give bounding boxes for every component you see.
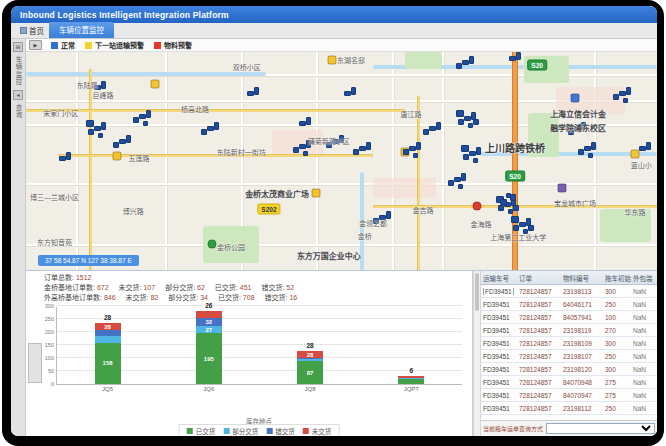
vehicle-marker[interactable] — [646, 142, 651, 150]
vehicle-marker[interactable] — [528, 225, 534, 231]
university-icon[interactable] — [570, 93, 579, 102]
table-cell[interactable]: 23198109 — [561, 340, 603, 347]
stacked-bar[interactable]: 15828 — [95, 323, 121, 384]
scrollbar-thumb[interactable] — [475, 273, 479, 311]
table-cell[interactable]: 23198112 — [561, 405, 603, 412]
vehicle-marker[interactable] — [94, 126, 101, 131]
poi-icon[interactable] — [630, 150, 639, 159]
vehicle-marker[interactable] — [461, 173, 466, 181]
vehicle-marker[interactable] — [578, 149, 584, 155]
vehicle-marker[interactable] — [429, 126, 436, 131]
table-cell[interactable]: 100 — [603, 314, 631, 321]
table-cell[interactable]: 84070947 — [561, 392, 603, 399]
vehicle-marker[interactable] — [588, 153, 593, 158]
vehicle-marker[interactable] — [214, 122, 219, 130]
table-cell[interactable]: 84070948 — [561, 379, 603, 386]
table-cell[interactable]: 250 — [603, 353, 631, 360]
table-cell[interactable]: FD39451 — [481, 327, 517, 334]
stacked-bar[interactable]: 8728 — [297, 351, 323, 384]
vehicle-marker[interactable] — [423, 129, 429, 135]
table-cell[interactable]: NaN — [631, 353, 657, 360]
vehicle-marker[interactable] — [146, 110, 151, 118]
vehicle-marker[interactable] — [98, 133, 103, 138]
table-cell[interactable]: FD39451 — [481, 366, 517, 373]
table-row[interactable]: FD3945172812485723198112250NaN — [481, 402, 657, 415]
table-cell[interactable]: FD39451 — [481, 392, 517, 399]
poi-icon[interactable] — [151, 79, 160, 88]
table-cell[interactable]: FD39451 — [481, 379, 517, 386]
vehicle-marker[interactable] — [299, 121, 306, 126]
vehicle-marker[interactable] — [613, 94, 619, 100]
table-row[interactable]: FD3945172812485723198119270NaN — [481, 324, 657, 337]
table-row[interactable]: FD3945172812485764046171250NaN — [481, 298, 657, 311]
map-canvas[interactable]: S20S20S202 双桥小区东湖名邸东陆路巨峰路宋家门小区杨高北路唐江路东陆新… — [26, 52, 657, 270]
table-cell[interactable]: 64046171 — [561, 301, 603, 308]
vehicle-marker[interactable] — [344, 91, 351, 96]
sidebar-vertical-label-mid[interactable]: 查询 — [13, 104, 23, 119]
vehicle-marker[interactable] — [88, 129, 94, 135]
sidebar-vertical-label-top[interactable]: 车辆监控 — [13, 56, 23, 86]
table-row[interactable]: FD3945172812485784057941100NaN — [481, 311, 657, 324]
vehicle-marker[interactable] — [456, 110, 464, 117]
table-cell[interactable]: NaN — [631, 366, 657, 373]
poi-icon[interactable] — [328, 55, 337, 64]
table-cell[interactable]: 250 — [603, 301, 631, 308]
vehicle-marker[interactable] — [461, 145, 469, 152]
table-cell[interactable]: 728124857 — [517, 288, 561, 295]
table-cell[interactable]: 23198120 — [561, 366, 603, 373]
table-cell[interactable]: 300 — [603, 340, 631, 347]
vehicle-marker[interactable] — [139, 114, 146, 119]
collapse-left-icon[interactable]: ◂ — [13, 90, 23, 100]
vehicle-marker[interactable] — [456, 63, 462, 69]
poi-icon[interactable] — [312, 188, 321, 197]
table-cell[interactable]: NaN — [631, 340, 657, 347]
table-cell[interactable]: NaN — [631, 405, 657, 412]
tab-home[interactable]: 首页 — [15, 23, 49, 38]
vehicle-marker[interactable] — [247, 91, 254, 96]
table-row[interactable]: FD3945172812485723198113300NaN — [481, 285, 657, 298]
vehicle-marker[interactable] — [584, 146, 591, 151]
vehicle-marker[interactable] — [119, 139, 126, 144]
vehicle-marker[interactable] — [519, 222, 526, 227]
vehicle-marker[interactable] — [463, 154, 469, 160]
vehicle-marker[interactable] — [498, 205, 504, 211]
vehicle-marker[interactable] — [366, 142, 371, 150]
vehicle-marker[interactable] — [462, 60, 469, 65]
vehicle-marker[interactable] — [473, 158, 478, 163]
table-cell[interactable]: NaN — [631, 327, 657, 334]
vehicle-marker[interactable] — [473, 119, 479, 125]
vertical-scrollbar[interactable] — [473, 271, 481, 436]
table-row[interactable]: FD3945172812485723198107250NaN — [481, 350, 657, 363]
vehicle-marker[interactable] — [101, 122, 106, 130]
table-cell[interactable]: 728124857 — [517, 327, 561, 334]
vehicle-marker[interactable] — [303, 151, 308, 156]
vehicle-marker[interactable] — [436, 122, 441, 130]
vehicle-marker[interactable] — [353, 149, 359, 155]
stacked-bar[interactable]: 1952732 — [196, 311, 222, 384]
poi-icon[interactable] — [113, 151, 122, 160]
vehicle-marker[interactable] — [86, 120, 94, 127]
vehicle-marker[interactable] — [458, 119, 464, 125]
table-cell[interactable]: 250 — [603, 405, 631, 412]
vehicle-marker[interactable] — [623, 98, 628, 103]
table-cell[interactable]: 300 — [603, 288, 631, 295]
table-cell[interactable]: 23198113 — [561, 288, 603, 295]
table-cell[interactable]: 300 — [603, 366, 631, 373]
table-cell[interactable]: NaN — [631, 379, 657, 386]
menu-grid-icon[interactable]: ⊞ — [13, 42, 23, 52]
table-cell[interactable]: 275 — [603, 392, 631, 399]
table-header-cell[interactable]: 拖车初始位置 — [603, 273, 631, 283]
vehicle-marker[interactable] — [59, 156, 66, 161]
table-cell[interactable]: 23198119 — [561, 327, 603, 334]
table-cell[interactable]: FD39451 — [481, 314, 517, 321]
table-header-cell[interactable]: 物料编号 — [561, 273, 603, 283]
vehicle-marker[interactable] — [469, 151, 476, 156]
table-cell[interactable]: 23198107 — [561, 353, 603, 360]
trailer-query-select[interactable] — [546, 423, 655, 434]
vehicle-marker[interactable] — [469, 56, 474, 64]
vehicle-marker[interactable] — [448, 180, 454, 186]
table-header-cell[interactable]: 外包装 — [631, 273, 657, 283]
vehicle-marker[interactable] — [626, 87, 631, 95]
table-cell[interactable]: 728124857 — [517, 340, 561, 347]
vehicle-marker[interactable] — [476, 147, 481, 155]
